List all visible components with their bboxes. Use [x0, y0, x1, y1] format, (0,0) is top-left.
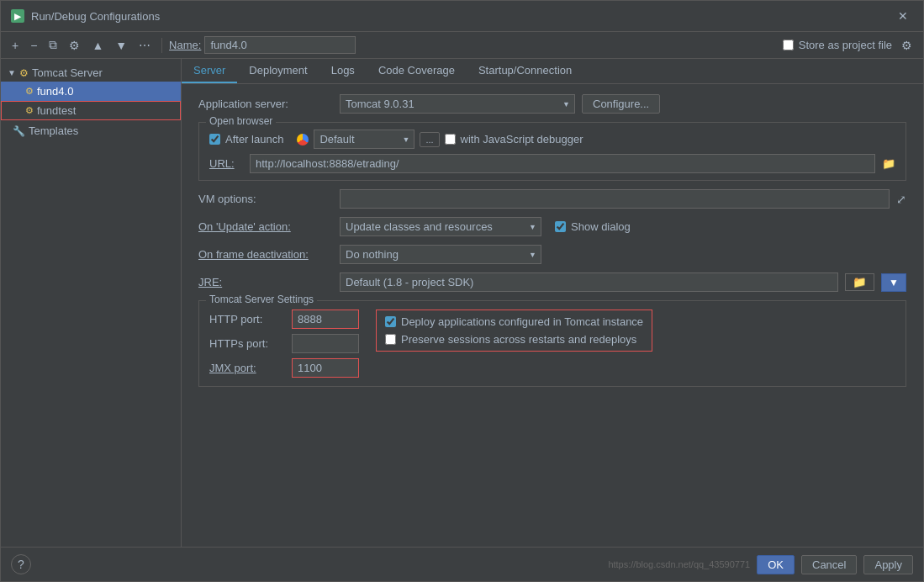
- after-launch-row: After launch Default ... with Java: [209, 130, 895, 149]
- show-dialog-checkbox-group: Show dialog: [555, 220, 631, 233]
- sidebar-item-fundtest[interactable]: ⚙ fundtest: [1, 101, 181, 120]
- jmx-port-label: JMX port:: [209, 362, 285, 374]
- fundtest-label: fundtest: [37, 104, 76, 117]
- url-input[interactable]: [250, 154, 875, 173]
- more-button[interactable]: ⋯: [135, 36, 155, 55]
- on-update-select-wrapper: Update classes and resources Do nothing: [340, 217, 541, 236]
- jre-dropdown-button[interactable]: ▼: [881, 273, 906, 292]
- vm-options-row: VM options: ⤢: [198, 189, 906, 209]
- up-button[interactable]: ▲: [87, 36, 108, 55]
- store-project-label: Store as project file: [799, 39, 892, 51]
- after-launch-label: After launch: [225, 133, 283, 146]
- footer: ? https://blog.csdn.net/qq_43590771 OK C…: [1, 547, 923, 581]
- ok-button[interactable]: OK: [757, 555, 795, 574]
- help-button[interactable]: ?: [11, 554, 31, 574]
- https-port-row: HTTPs port:: [209, 334, 359, 353]
- apply-button[interactable]: Apply: [863, 555, 913, 574]
- browser-more-button[interactable]: ...: [420, 132, 439, 147]
- server-form: Application server: Tomcat 9.0.31 Config…: [182, 84, 923, 397]
- on-frame-select[interactable]: Do nothing: [340, 245, 541, 264]
- sidebar-item-fund40[interactable]: ⚙ fund4.0: [1, 82, 181, 101]
- vm-options-input[interactable]: [340, 189, 890, 209]
- show-dialog-checkbox[interactable]: [555, 221, 566, 232]
- preserve-label: Preserve sessions across restarts and re…: [401, 333, 636, 346]
- config-toolbar: + − ⧉ ⚙ ▲ ▼ ⋯ Name: Store as project fil…: [1, 32, 923, 59]
- jre-label: JRE:: [198, 276, 333, 288]
- dialog-icon: ▶: [11, 9, 24, 23]
- jmx-port-input[interactable]: [292, 358, 359, 378]
- https-port-input[interactable]: [292, 334, 359, 353]
- app-server-select-wrapper: Tomcat 9.0.31: [340, 94, 575, 114]
- copy-button[interactable]: ⧉: [45, 35, 61, 55]
- templates-item[interactable]: 🔧 Templates: [1, 122, 181, 140]
- tomcat-server-header[interactable]: ▼ ⚙ Tomcat Server: [1, 64, 181, 82]
- main-panel: Server Deployment Logs Code Coverage Sta…: [182, 59, 923, 547]
- deploy-checkbox[interactable]: [385, 316, 396, 327]
- cancel-button[interactable]: Cancel: [801, 555, 857, 574]
- js-debugger-checkbox[interactable]: [445, 134, 456, 145]
- browser-select[interactable]: Default: [314, 130, 414, 149]
- jmx-port-row: JMX port:: [209, 358, 359, 378]
- fund40-label: fund4.0: [37, 85, 73, 98]
- app-server-label: Application server:: [198, 98, 333, 110]
- show-dialog-label: Show dialog: [571, 220, 631, 233]
- app-server-select[interactable]: Tomcat 9.0.31: [340, 94, 575, 114]
- tomcat-server-icon: ⚙: [19, 67, 29, 79]
- after-launch-checkbox-group: After launch: [209, 133, 283, 146]
- app-server-row: Application server: Tomcat 9.0.31 Config…: [198, 94, 906, 114]
- tabs-bar: Server Deployment Logs Code Coverage Sta…: [182, 59, 923, 84]
- url-folder-icon: 📁: [882, 157, 895, 170]
- sidebar: ▼ ⚙ Tomcat Server ⚙ fund4.0 ⚙ fundtest 🔧…: [1, 59, 182, 547]
- on-frame-label: On frame deactivation:: [198, 248, 333, 261]
- main-content: ▼ ⚙ Tomcat Server ⚙ fund4.0 ⚙ fundtest 🔧…: [1, 59, 923, 547]
- name-input[interactable]: [204, 36, 356, 54]
- tomcat-server-group: ▼ ⚙ Tomcat Server ⚙ fund4.0 ⚙ fundtest: [1, 62, 181, 122]
- add-button[interactable]: +: [8, 36, 23, 55]
- tomcat-settings-legend: Tomcat Server Settings: [206, 294, 317, 305]
- jre-row: JRE: 📁 ▼: [198, 272, 906, 292]
- deploy-checkbox-row: Deploy applications configured in Tomcat…: [385, 315, 643, 328]
- on-frame-row: On frame deactivation: Do nothing: [198, 245, 906, 264]
- jre-folder-button[interactable]: 📁: [845, 273, 874, 291]
- templates-icon: 🔧: [13, 125, 25, 137]
- on-update-row: On 'Update' action: Update classes and r…: [198, 217, 906, 236]
- preserve-checkbox-row: Preserve sessions across restarts and re…: [385, 333, 643, 346]
- close-button[interactable]: ✕: [893, 8, 913, 24]
- tab-server[interactable]: Server: [182, 59, 237, 83]
- vm-expand-icon[interactable]: ⤢: [896, 193, 906, 206]
- fundtest-icon: ⚙: [25, 105, 34, 116]
- down-button[interactable]: ▼: [111, 36, 131, 55]
- preserve-checkbox[interactable]: [385, 334, 396, 345]
- dialog-title: Run/Debug Configurations: [31, 10, 160, 23]
- https-port-label: HTTPs port:: [209, 337, 285, 350]
- deploy-checkbox-group: Deploy applications configured in Tomcat…: [376, 310, 652, 352]
- http-port-input[interactable]: [292, 310, 359, 329]
- tab-startup-connection[interactable]: Startup/Connection: [467, 59, 583, 83]
- store-project-checkbox[interactable]: [783, 40, 794, 50]
- run-debug-dialog: ▶ Run/Debug Configurations ✕ + − ⧉ ⚙ ▲ ▼…: [0, 0, 924, 582]
- url-label: URL:: [209, 157, 243, 170]
- tab-deployment[interactable]: Deployment: [237, 59, 319, 83]
- js-debugger-label: with JavaScript debugger: [461, 133, 583, 146]
- jre-input[interactable]: [340, 272, 838, 292]
- remove-button[interactable]: −: [26, 36, 41, 55]
- settings-button[interactable]: ⚙: [65, 36, 84, 55]
- fund40-icon: ⚙: [25, 86, 34, 97]
- chrome-icon: [297, 134, 309, 146]
- url-row: URL: 📁: [209, 154, 895, 173]
- expand-triangle-icon: ▼: [8, 68, 16, 77]
- ports-section: HTTP port: HTTPs port: JMX port:: [209, 310, 359, 378]
- http-port-label: HTTP port:: [209, 313, 285, 325]
- tab-logs[interactable]: Logs: [319, 59, 367, 83]
- tab-code-coverage[interactable]: Code Coverage: [367, 59, 467, 83]
- http-port-row: HTTP port:: [209, 310, 359, 329]
- tomcat-settings-section: Tomcat Server Settings HTTP port: HTTPs …: [198, 300, 906, 387]
- settings-grid: HTTP port: HTTPs port: JMX port:: [209, 310, 895, 378]
- store-settings-button[interactable]: ⚙: [897, 36, 916, 55]
- configure-button[interactable]: Configure...: [582, 94, 660, 114]
- on-update-select[interactable]: Update classes and resources Do nothing: [340, 217, 541, 236]
- after-launch-checkbox[interactable]: [209, 134, 220, 145]
- name-label: Name:: [169, 39, 201, 51]
- templates-label: Templates: [29, 124, 78, 137]
- deploy-label: Deploy applications configured in Tomcat…: [401, 315, 643, 328]
